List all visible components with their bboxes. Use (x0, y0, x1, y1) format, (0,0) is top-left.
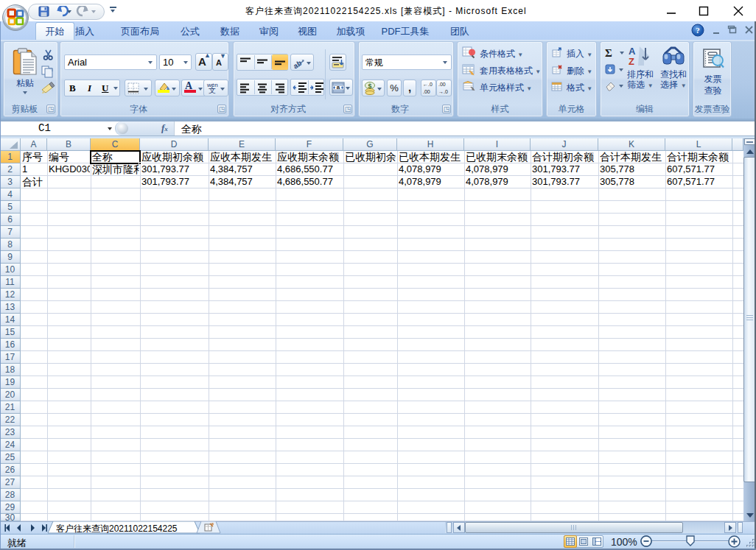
svg-text:a: a (337, 84, 340, 91)
svg-text:Z: Z (629, 56, 634, 67)
svg-text:?: ? (696, 26, 700, 35)
svg-text:A: A (629, 46, 636, 57)
svg-text:ab: ab (293, 59, 304, 68)
